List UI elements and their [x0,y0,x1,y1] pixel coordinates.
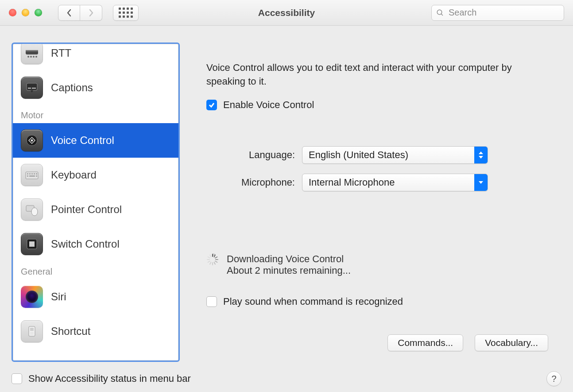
svg-rect-9 [28,88,31,89]
voice-control-icon [21,129,43,151]
sidebar-item-label: Captions [51,82,93,94]
forward-button[interactable] [80,5,102,21]
search-input[interactable] [448,7,559,18]
pointer-control-icon [21,198,43,221]
svg-line-1 [441,14,443,16]
svg-rect-38 [207,259,210,260]
svg-point-12 [31,140,33,142]
back-button[interactable] [58,5,80,21]
svg-rect-30 [213,254,216,257]
question-icon: ? [551,374,556,384]
search-icon [436,9,444,17]
svg-rect-35 [212,262,213,265]
svg-rect-28 [30,332,34,335]
svg-rect-32 [215,259,218,260]
close-window-button[interactable] [9,9,16,16]
download-title: Downloading Voice Control [227,253,351,265]
play-sound-label: Play sound when command is recognized [223,296,403,307]
spinner-icon [206,253,219,266]
svg-rect-17 [34,173,35,175]
voice-control-description: Voice Control allows you to edit text an… [206,61,525,89]
play-sound-checkbox[interactable]: Play sound when command is recognized [206,296,548,307]
grid-icon [119,8,133,18]
sidebar-item-label: Shortcut [51,325,90,338]
svg-rect-36 [209,261,212,264]
svg-rect-14 [27,173,28,175]
captions-icon [21,77,43,99]
footer: Show Accessibility status in menu bar ? [0,365,573,392]
sidebar-item-label: Voice Control [51,134,114,147]
help-button[interactable]: ? [546,371,561,386]
vocabulary-button[interactable]: Vocabulary... [475,334,548,351]
sidebar-item-captions[interactable]: Captions [13,70,178,105]
checkbox-unchecked-icon [12,373,22,384]
svg-point-5 [30,56,32,58]
enable-voice-control-checkbox[interactable]: Enable Voice Control [206,99,548,111]
minimize-window-button[interactable] [22,9,29,16]
sidebar-section-general: General [13,261,178,279]
svg-rect-37 [207,260,210,263]
chevron-down-icon [474,174,488,191]
sidebar-item-rtt[interactable]: RTT [13,43,178,70]
svg-point-23 [31,208,38,216]
svg-point-7 [35,56,37,58]
zoom-window-button[interactable] [35,9,42,16]
svg-rect-10 [32,88,36,89]
checkbox-unchecked-icon [206,296,217,307]
switch-control-icon [21,233,43,255]
show-status-checkbox[interactable]: Show Accessibility status in menu bar [12,373,191,384]
commands-button[interactable]: Commands... [387,334,463,351]
svg-point-4 [27,56,29,58]
svg-rect-16 [31,173,33,175]
sidebar-item-label: Keyboard [51,169,97,181]
svg-rect-15 [29,173,31,175]
sidebar-item-pointer-control[interactable]: Pointer Control [13,192,178,227]
sidebar-section-motor: Motor [13,105,178,123]
voice-control-panel: Voice Control allows you to edit text an… [189,43,561,362]
svg-rect-39 [207,256,210,258]
svg-rect-34 [213,261,216,264]
language-label: Language: [206,149,295,161]
download-remaining: About 2 minutes remaining... [227,265,351,276]
svg-rect-31 [215,256,218,258]
sidebar-item-voice-control[interactable]: Voice Control [13,123,178,158]
svg-rect-29 [212,254,213,257]
svg-rect-25 [29,241,35,247]
sidebar-item-switch-control[interactable]: Switch Control [13,227,178,261]
titlebar: Accessibility [0,0,573,26]
microphone-label: Microphone: [206,177,295,188]
svg-rect-8 [27,83,37,90]
keyboard-icon [21,164,43,186]
sidebar-item-label: Pointer Control [51,203,122,216]
svg-point-6 [33,56,35,58]
svg-rect-19 [27,175,28,177]
siri-icon [21,286,43,308]
language-popup[interactable]: English (United States) [302,146,488,164]
sidebar-item-shortcut[interactable]: Shortcut [13,314,178,349]
tty-icon [21,43,43,64]
checkbox-checked-icon [206,100,217,110]
sidebar-item-label: RTT [51,47,71,59]
svg-rect-40 [209,254,212,257]
chevron-left-icon [66,9,72,17]
svg-rect-18 [36,173,37,175]
sidebar-item-label: Siri [51,291,66,303]
microphone-value: Internal Microphone [302,177,474,188]
sidebar[interactable]: RTT Captions Motor Voice Control Keyb [12,43,180,362]
svg-rect-20 [29,175,35,177]
language-value: English (United States) [302,149,474,161]
updown-icon [474,147,488,163]
sidebar-item-siri[interactable]: Siri [13,279,178,314]
shortcut-icon [21,320,43,342]
svg-rect-27 [30,328,34,331]
microphone-popup[interactable]: Internal Microphone [302,174,488,191]
search-field-wrap [431,5,564,21]
nav-buttons [58,5,102,21]
show-all-button[interactable] [113,5,139,21]
search-field[interactable] [431,5,564,21]
sidebar-item-label: Switch Control [51,238,120,250]
show-status-label: Show Accessibility status in menu bar [28,373,191,384]
svg-point-0 [437,10,442,15]
svg-rect-3 [26,50,38,51]
sidebar-item-keyboard[interactable]: Keyboard [13,158,178,192]
